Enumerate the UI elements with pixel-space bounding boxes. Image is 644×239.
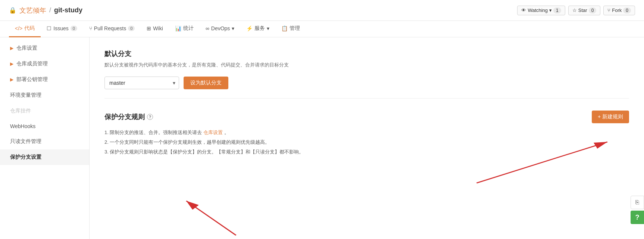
sidebar-item-webhooks[interactable]: WebHooks bbox=[0, 119, 89, 134]
branch-select[interactable]: master bbox=[104, 77, 179, 89]
default-branch-section: 默认分支 默认分支被视作为代码库中的基本分支，是所有克隆、代码提交、合并请求的目… bbox=[104, 49, 629, 99]
watching-count: 1 bbox=[553, 7, 561, 13]
chevron-right-icon: ▶ bbox=[10, 46, 13, 51]
issues-tab-icon: ☐ bbox=[47, 25, 51, 31]
services-tab-icon: ⚡ bbox=[246, 25, 253, 31]
help-icon[interactable]: ? bbox=[147, 114, 153, 120]
tab-services[interactable]: ⚡ 服务 ▾ bbox=[240, 21, 275, 37]
svg-line-2 bbox=[186, 201, 236, 235]
floating-help-button[interactable]: ? bbox=[631, 211, 644, 224]
code-tab-icon: </> bbox=[15, 25, 22, 31]
chevron-right-icon: ▶ bbox=[10, 61, 13, 66]
devops-dropdown-icon: ▾ bbox=[232, 25, 234, 31]
repo-settings-link[interactable]: 仓库设置 bbox=[203, 130, 223, 135]
lock-icon: 🔒 bbox=[9, 7, 16, 14]
tab-code[interactable]: </> 代码 bbox=[9, 21, 41, 37]
pullrequest-tab-icon: ⑂ bbox=[89, 25, 92, 31]
protect-rules-list: 1. 限制分支的推送、合并。强制推送相关请去 仓库设置 。 2. 一个分支同时只… bbox=[104, 128, 629, 157]
rule-text-1: 1. 限制分支的推送、合并。强制推送相关请去 仓库设置 。 bbox=[104, 128, 229, 137]
slash: / bbox=[49, 6, 51, 14]
tab-pullrequests[interactable]: ⑂ Pull Requests 0 bbox=[83, 21, 141, 37]
tab-wiki[interactable]: ⊞ Wiki bbox=[141, 21, 169, 37]
manage-tab-icon: 📋 bbox=[281, 25, 288, 31]
sidebar-item-member-management[interactable]: ▶ 仓库成员管理 bbox=[0, 56, 89, 72]
fork-icon: ⑂ bbox=[607, 7, 610, 13]
repo-name[interactable]: git-study bbox=[54, 6, 82, 14]
chevron-right-icon: ▶ bbox=[10, 77, 13, 82]
sidebar-item-label: 仓库设置 bbox=[16, 45, 37, 52]
star-label: Star bbox=[578, 7, 587, 13]
top-header: 🔒 文艺倾年 / git-study 👁 Watching ▾ 1 ☆ Star… bbox=[0, 0, 644, 21]
issues-tab-label: Issues bbox=[53, 25, 68, 31]
help-question-icon: ? bbox=[635, 214, 640, 221]
default-branch-desc: 默认分支被视作为代码库中的基本分支，是所有克隆、代码提交、合并请求的目标分支 bbox=[104, 61, 629, 69]
star-count: 0 bbox=[589, 7, 597, 13]
eye-icon: 👁 bbox=[521, 7, 526, 13]
dropdown-arrow: ▾ bbox=[549, 7, 552, 13]
watching-button[interactable]: 👁 Watching ▾ 1 bbox=[517, 6, 565, 15]
sidebar-item-protect-branch[interactable]: 保护分支设置 bbox=[0, 149, 89, 165]
sidebar-item-repo-settings[interactable]: ▶ 仓库设置 bbox=[0, 40, 89, 56]
stats-tab-label: 统计 bbox=[183, 25, 194, 32]
repo-title: 🔒 文艺倾年 / git-study bbox=[9, 6, 82, 15]
branch-select-wrapper: master bbox=[104, 77, 179, 89]
services-tab-label: 服务 bbox=[254, 25, 265, 32]
star-icon: ☆ bbox=[572, 7, 577, 13]
fork-label: Fork bbox=[612, 7, 622, 13]
rule-text-2: 2. 一个分支同时只能有一个保护分支规则生效，越早创建的规则优先级越高。 bbox=[104, 137, 270, 147]
sidebar-item-label: 保护分支设置 bbox=[10, 154, 41, 161]
star-button[interactable]: ☆ Star 0 bbox=[568, 6, 601, 15]
sidebar-item-label: WebHooks bbox=[10, 123, 35, 129]
sidebar-item-env-vars[interactable]: 环境变量管理 bbox=[0, 87, 89, 103]
sidebar-item-label: 只读文件管理 bbox=[10, 138, 41, 145]
rule-text-3: 3. 保护分支规则只影响状态是【保护分支】的分支。【常规分支】和【只读分支】都不… bbox=[104, 147, 304, 157]
protect-rules-title: 保护分支规则 ? bbox=[104, 112, 153, 121]
rule-item-2: 2. 一个分支同时只能有一个保护分支规则生效，越早创建的规则优先级越高。 bbox=[104, 137, 629, 147]
new-rule-button[interactable]: + 新建规则 bbox=[592, 111, 629, 123]
pullrequest-tab-label: Pull Requests bbox=[94, 25, 126, 31]
content-area: 默认分支 默认分支被视作为代码库中的基本分支，是所有克隆、代码提交、合并请求的目… bbox=[90, 37, 644, 239]
floating-copy-button[interactable]: ⎘ bbox=[631, 196, 644, 209]
protect-rules-section: 保护分支规则 ? + 新建规则 1. 限制分支的推送、合并。强制推送相关请去 仓… bbox=[104, 111, 629, 157]
tab-devops[interactable]: ∞ DevOps ▾ bbox=[200, 21, 241, 37]
nav-tabs: </> 代码 ☐ Issues 0 ⑂ Pull Requests 0 ⊞ Wi… bbox=[0, 21, 644, 37]
sidebar-item-label: 仓库成员管理 bbox=[16, 60, 48, 67]
main-layout: ▶ 仓库设置 ▶ 仓库成员管理 ▶ 部署公钥管理 环境变量管理 仓库挂件 Web… bbox=[0, 37, 644, 239]
sidebar: ▶ 仓库设置 ▶ 仓库成员管理 ▶ 部署公钥管理 环境变量管理 仓库挂件 Web… bbox=[0, 37, 90, 239]
tab-issues[interactable]: ☐ Issues 0 bbox=[41, 21, 83, 37]
sidebar-item-repo-hooks: 仓库挂件 bbox=[0, 103, 89, 119]
tab-stats[interactable]: 📊 统计 bbox=[169, 21, 200, 37]
sidebar-item-label: 仓库挂件 bbox=[10, 108, 31, 114]
manage-tab-label: 管理 bbox=[290, 25, 300, 32]
header-actions: 👁 Watching ▾ 1 ☆ Star 0 ⑂ Fork 0 bbox=[517, 6, 635, 15]
rule-item-3: 3. 保护分支规则只影响状态是【保护分支】的分支。【常规分支】和【只读分支】都不… bbox=[104, 147, 629, 157]
set-default-branch-button[interactable]: 设为默认分支 bbox=[184, 77, 228, 89]
fork-count: 0 bbox=[623, 7, 631, 13]
watching-label: Watching bbox=[528, 7, 548, 13]
code-tab-label: 代码 bbox=[24, 25, 35, 32]
protect-title-text: 保护分支规则 bbox=[104, 112, 145, 121]
services-dropdown-icon: ▾ bbox=[267, 25, 269, 31]
rule-item-1: 1. 限制分支的推送、合并。强制推送相关请去 仓库设置 。 bbox=[104, 128, 629, 137]
sidebar-item-label: 部署公钥管理 bbox=[16, 76, 48, 83]
sidebar-item-label: 环境变量管理 bbox=[10, 92, 41, 99]
stats-tab-icon: 📊 bbox=[175, 25, 181, 31]
pr-badge: 0 bbox=[128, 26, 135, 31]
protect-section-header: 保护分支规则 ? + 新建规则 bbox=[104, 111, 629, 123]
devops-tab-icon: ∞ bbox=[206, 25, 209, 31]
issues-badge: 0 bbox=[71, 26, 77, 31]
tab-manage[interactable]: 📋 管理 bbox=[275, 21, 306, 37]
sidebar-item-readonly-files[interactable]: 只读文件管理 bbox=[0, 134, 89, 149]
wiki-tab-label: Wiki bbox=[153, 25, 163, 31]
branch-select-row: master 设为默认分支 bbox=[104, 77, 629, 99]
default-branch-title: 默认分支 bbox=[104, 49, 629, 58]
wiki-tab-icon: ⊞ bbox=[147, 25, 151, 31]
devops-tab-label: DevOps bbox=[211, 25, 230, 31]
fork-button[interactable]: ⑂ Fork 0 bbox=[603, 6, 635, 15]
org-name[interactable]: 文艺倾年 bbox=[19, 6, 46, 15]
sidebar-item-deploy-key[interactable]: ▶ 部署公钥管理 bbox=[0, 72, 89, 87]
copy-icon: ⎘ bbox=[635, 199, 639, 206]
